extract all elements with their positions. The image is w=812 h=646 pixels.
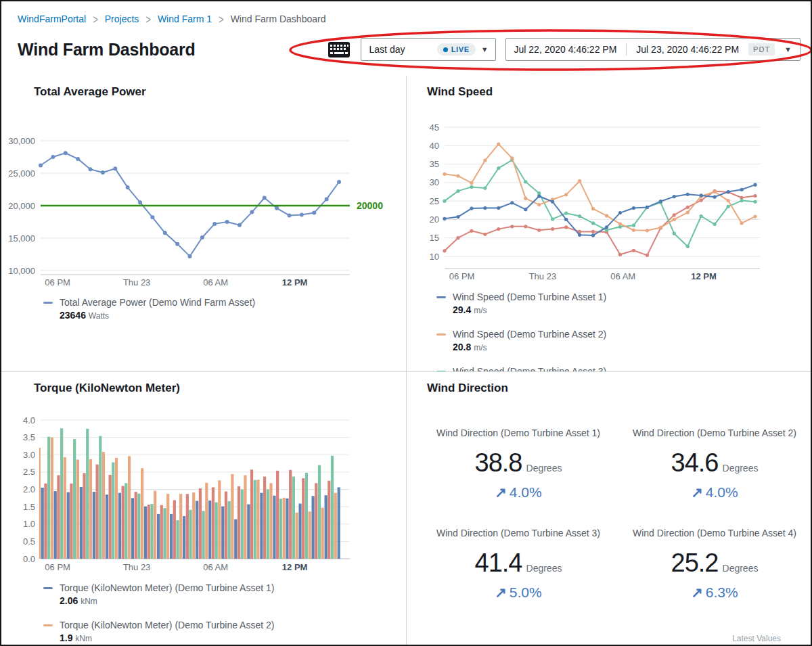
svg-text:45: 45 (430, 122, 439, 133)
svg-text:25: 25 (430, 196, 439, 206)
trend-up-icon: ↗ (691, 484, 703, 500)
svg-text:06 PM: 06 PM (45, 277, 70, 287)
kpi-asset-1: Wind Direction (Demo Turbine Asset 1) 38… (420, 426, 616, 501)
breadcrumb-separator-icon: > (93, 12, 98, 26)
svg-text:12 PM: 12 PM (282, 277, 308, 287)
svg-text:1.5: 1.5 (23, 502, 35, 512)
legend-item: Torque (KiloNewton Meter) (Demo Turbine … (43, 582, 406, 608)
wind-speed-chart[interactable]: 101520253035404506 PMThu 2306 AM12 PM (413, 118, 806, 284)
trend-up-icon: ↗ (495, 584, 507, 600)
legend-swatch-icon (43, 624, 53, 626)
svg-text:20000: 20000 (357, 200, 383, 211)
svg-text:35: 35 (430, 159, 439, 169)
keyboard-icon[interactable] (327, 39, 351, 60)
svg-text:06 AM: 06 AM (610, 271, 635, 281)
legend-item: Wind Speed (Demo Turbine Asset 3) (436, 365, 811, 371)
svg-text:3.0: 3.0 (23, 450, 35, 460)
dashboard-page: { "breadcrumb": { "items": ["WindFarmPor… (0, 0, 812, 646)
svg-text:10,000: 10,000 (8, 266, 35, 276)
torque-legend: Torque (KiloNewton Meter) (Demo Turbine … (43, 582, 406, 646)
time-range-dropdown[interactable]: Last day LIVE ▼ (361, 38, 496, 61)
svg-text:Thu 23: Thu 23 (529, 271, 556, 281)
kpi-asset-3: Wind Direction (Demo Turbine Asset 3) 41… (420, 526, 616, 601)
wind-speed-legend: Wind Speed (Demo Turbine Asset 1) 29.4 m… (436, 291, 811, 371)
timezone-badge: PDT (748, 43, 775, 55)
widget-title: Wind Speed (427, 85, 811, 99)
wind-direction-kpi-grid: Wind Direction (Demo Turbine Asset 1) 38… (420, 426, 797, 601)
svg-text:20,000: 20,000 (8, 201, 35, 211)
widget-torque: Torque (KiloNewton Meter) 0.00.51.01.52.… (1, 371, 406, 646)
svg-text:15: 15 (430, 233, 439, 243)
svg-text:06 PM: 06 PM (45, 562, 70, 572)
svg-text:Thu 23: Thu 23 (123, 562, 150, 572)
svg-text:25,000: 25,000 (8, 168, 35, 179)
date-range-divider (626, 43, 627, 55)
svg-text:2.0: 2.0 (23, 484, 35, 494)
widget-total-average-power: Total Average Power 10,00015,00020,00025… (1, 76, 406, 371)
svg-text:06 AM: 06 AM (203, 277, 228, 287)
svg-text:12 PM: 12 PM (282, 562, 308, 572)
widget-wind-direction: Wind Direction Wind Direction (Demo Turb… (406, 371, 811, 646)
svg-text:0.0: 0.0 (23, 554, 35, 564)
time-controls: Last day LIVE ▼ Jul 22, 2020 4:46:22 PM … (327, 38, 800, 61)
legend-item: Wind Speed (Demo Turbine Asset 2) 20.8 m… (436, 328, 811, 354)
caret-down-icon: ▼ (481, 46, 489, 53)
breadcrumb-windfarmportal[interactable]: WindFarmPortal (18, 14, 86, 24)
date-range-start: Jul 22, 2020 4:46:22 PM (514, 44, 617, 55)
date-range-picker[interactable]: Jul 22, 2020 4:46:22 PM Jul 23, 2020 4:4… (505, 38, 800, 61)
breadcrumb-current-page: Wind Farm Dashboard (231, 14, 326, 24)
kpi-asset-2: Wind Direction (Demo Turbine Asset 2) 34… (616, 426, 811, 501)
live-dot-icon (443, 47, 448, 52)
torque-chart[interactable]: 0.00.51.01.52.02.53.03.54.006 PMThu 2306… (8, 410, 390, 575)
legend-swatch-icon (43, 587, 53, 589)
breadcrumb-wind-farm-1[interactable]: Wind Farm 1 (158, 14, 212, 24)
breadcrumb-projects[interactable]: Projects (105, 14, 139, 24)
svg-text:Thu 23: Thu 23 (123, 277, 150, 287)
legend-swatch-icon (43, 302, 53, 304)
page-title: Wind Farm Dashboard (18, 40, 327, 60)
date-range-end: Jul 23, 2020 4:46:22 PM (636, 44, 739, 55)
svg-text:15,000: 15,000 (8, 233, 35, 244)
trend-up-icon: ↗ (691, 584, 703, 600)
widget-wind-speed: Wind Speed 101520253035404506 PMThu 2306… (406, 76, 811, 371)
kpi-asset-4: Wind Direction (Demo Turbine Asset 4) 25… (616, 526, 811, 601)
svg-text:20: 20 (430, 214, 439, 225)
latest-values-note: Latest Values (732, 634, 781, 643)
svg-text:40: 40 (430, 141, 439, 151)
widget-title: Wind Direction (427, 382, 811, 395)
time-range-label: Last day (369, 44, 432, 55)
breadcrumb: WindFarmPortal > Projects > Wind Farm 1 … (1, 1, 811, 24)
svg-text:30: 30 (430, 177, 439, 187)
svg-text:10: 10 (430, 252, 439, 262)
breadcrumb-separator-icon: > (145, 12, 151, 26)
caret-down-icon: ▼ (784, 46, 792, 53)
live-badge: LIVE (437, 43, 476, 55)
svg-text:0.5: 0.5 (23, 536, 35, 547)
trend-up-icon: ↗ (495, 484, 507, 500)
svg-text:30,000: 30,000 (8, 136, 35, 146)
widget-title: Total Average Power (34, 85, 406, 99)
legend-swatch-icon (436, 296, 446, 298)
svg-text:06 PM: 06 PM (449, 271, 475, 281)
power-legend: Total Average Power (Demo Wind Farm Asse… (43, 296, 406, 323)
legend-item: Torque (KiloNewton Meter) (Demo Turbine … (43, 619, 406, 645)
total-average-power-chart[interactable]: 10,00015,00020,00025,00030,00006 PMThu 2… (8, 126, 390, 290)
legend-item: Total Average Power (Demo Wind Farm Asse… (43, 296, 406, 323)
svg-text:1.0: 1.0 (23, 519, 35, 529)
legend-swatch-icon (436, 333, 446, 336)
breadcrumb-separator-icon: > (219, 12, 224, 26)
legend-item: Wind Speed (Demo Turbine Asset 1) 29.4 m… (436, 291, 811, 317)
page-header: Wind Farm Dashboard Last day LIVE ▼ Jul … (1, 24, 811, 61)
svg-text:3.5: 3.5 (23, 432, 35, 442)
svg-text:4.0: 4.0 (23, 415, 35, 425)
svg-text:12 PM: 12 PM (691, 271, 717, 281)
svg-text:2.5: 2.5 (23, 467, 35, 477)
svg-text:06 AM: 06 AM (203, 562, 228, 572)
widget-title: Torque (KiloNewton Meter) (34, 382, 406, 395)
dashboard-grid: Total Average Power 10,00015,00020,00025… (1, 76, 811, 646)
